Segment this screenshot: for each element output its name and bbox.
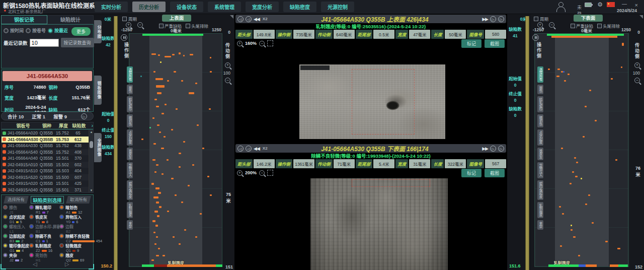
- tab-fullscreen-image[interactable]: 全屏图像: [94, 133, 102, 162]
- zoom-out-icon[interactable]: −: [259, 170, 265, 176]
- nav-button[interactable]: 设备状态: [170, 2, 203, 12]
- tab-distribution-map[interactable]: 分布图: [94, 20, 102, 43]
- defect-filter-tab[interactable]: 擦伤: [127, 85, 133, 94]
- nav-button[interactable]: 实时分析: [95, 2, 128, 12]
- select-all-button[interactable]: 选择所有: [4, 196, 29, 204]
- scroll-thumb[interactable]: [90, 141, 93, 148]
- defect-filter-tab[interactable]: 铁皮灰: [127, 148, 133, 161]
- nav-button[interactable]: 缺陷密度: [283, 2, 316, 12]
- table-row[interactable]: J41-05664A040 Q355B 15.501 370: [2, 155, 89, 162]
- table-row[interactable]: J42-04915A520 Q355B 15.500 607: [2, 174, 89, 181]
- scroll-up-icon[interactable]: ▲: [89, 130, 94, 133]
- recent-count-input[interactable]: [30, 39, 59, 47]
- table-row[interactable]: J41-05664A030 Q355B 15.752 438: [2, 143, 89, 149]
- tab-steel-records[interactable]: 钢板记录: [1, 15, 47, 24]
- defect-filter-tab[interactable]: 精轧辊印: [537, 96, 543, 112]
- deselect-all-button[interactable]: 取消所有: [66, 196, 91, 204]
- tab-plate-image[interactable]: 钢板图像: [94, 76, 102, 105]
- defect-filter-tab[interactable]: 暗划伤: [537, 114, 543, 127]
- defect-filter-tab[interactable]: 轧制翘皮: [537, 202, 543, 218]
- next-image-button[interactable]: ▷: [490, 146, 496, 152]
- page-left-icon[interactable]: ◁: [33, 261, 37, 267]
- defect-map-area[interactable]: [534, 33, 629, 267]
- defect-category-item[interactable]: 点状起皮 D1 5: [3, 214, 29, 223]
- close-button[interactable]: ×: [635, 2, 638, 8]
- nav-button[interactable]: 系统管理: [208, 2, 241, 12]
- prev-image-button[interactable]: ◁: [246, 146, 252, 152]
- defect-filter-tab[interactable]: 辊印像起皮: [537, 180, 543, 200]
- defect-filter-tab[interactable]: 暗划伤: [127, 114, 133, 127]
- defect-filter-tab[interactable]: 夹杂: [127, 220, 133, 230]
- surface-title-button[interactable]: 上表面: [162, 15, 191, 22]
- period-checkbox[interactable]: 周期: [534, 16, 548, 22]
- left-vertical-scrollbar[interactable]: [114, 16, 118, 270]
- period-checkbox[interactable]: 周期: [122, 16, 137, 22]
- defect-category-item[interactable]: 辊印像起皮 G1 4: [3, 243, 29, 251]
- first-image-button[interactable]: ◁: [237, 16, 244, 22]
- pause-icon[interactable]: [121, 34, 127, 41]
- corner-icon[interactable]: [639, 15, 643, 19]
- defect-category-item[interactable]: 精轧辊印 R1 7: [29, 205, 59, 213]
- defect-category-item[interactable]: 除磷不良 C1 1: [29, 233, 59, 242]
- defect-filter-tab[interactable]: 铁皮灰: [537, 148, 543, 161]
- defect-image-upper[interactable]: [299, 64, 445, 139]
- more-button[interactable]: 更多: [71, 27, 91, 36]
- defect-filter-tab[interactable]: 异物压入: [127, 162, 133, 178]
- scroll-down-icon[interactable]: ▼: [89, 189, 94, 192]
- table-row[interactable]: J42-04915A040 Q355B 15.501 371: [2, 187, 89, 193]
- map-zoom-in-icon[interactable]: +: [225, 62, 230, 68]
- table-row[interactable]: J42-04915A010 Q355B 15.502 602: [2, 162, 89, 168]
- checkbox-icon[interactable]: [534, 17, 538, 21]
- nav-button[interactable]: 光源控制: [321, 2, 354, 12]
- defect-filter-tab[interactable]: 点状起皮: [537, 129, 543, 146]
- defect-image-lower[interactable]: [310, 178, 448, 270]
- right-vertical-scrollbar[interactable]: [525, 16, 529, 270]
- checkbox-icon[interactable]: [122, 17, 127, 21]
- last-image-button[interactable]: ▷: [498, 146, 504, 152]
- map-zoom-in-icon[interactable]: +: [634, 62, 640, 68]
- nav-button[interactable]: 宽度分析: [246, 2, 279, 12]
- query-radio[interactable]: 按卷号: [26, 27, 46, 34]
- defect-filter-tab[interactable]: 轧制翘皮: [127, 202, 133, 218]
- last-image-button[interactable]: ▷: [498, 16, 504, 22]
- table-scrollbar[interactable]: ▲ ▼: [89, 130, 93, 192]
- defect-filter-tab[interactable]: 擦伤: [537, 85, 543, 94]
- zoom-in-icon[interactable]: +: [237, 41, 243, 46]
- page-right-icon[interactable]: ▷: [65, 261, 69, 267]
- defect-map-area[interactable]: [129, 33, 222, 267]
- capture-button[interactable]: 截图: [485, 39, 505, 48]
- fast-forward-icon[interactable]: ▶▶: [482, 146, 488, 151]
- tab-defect-stats[interactable]: 缺陷统计: [47, 15, 94, 24]
- map-zoom-out-icon[interactable]: −: [634, 78, 640, 83]
- play-icon[interactable]: ▷: [81, 113, 87, 119]
- defect-category-item[interactable]: 边部水印-屏蔽 B1: [29, 224, 59, 232]
- prev-image-button[interactable]: ◁: [246, 16, 252, 22]
- user-icon[interactable]: [555, 2, 566, 12]
- query-radio[interactable]: 按最近: [48, 27, 68, 34]
- minimize-button[interactable]: —: [622, 1, 627, 7]
- gear-icon[interactable]: ⚙: [597, 1, 603, 8]
- table-row[interactable]: J42-04915A510 Q355B 15.503 404: [2, 168, 89, 174]
- defect-filter-tab[interactable]: 选择所有: [537, 66, 543, 83]
- fullscreen-icon[interactable]: [267, 40, 273, 46]
- table-row[interactable]: J41-05664A530 Q355B 15.753 612: [2, 137, 89, 143]
- defect-filter-tab[interactable]: 选择所有: [127, 66, 133, 83]
- first-image-button[interactable]: ◁: [237, 146, 244, 152]
- defect-category-item[interactable]: 螺栓压入 L1: [3, 224, 29, 232]
- defect-filter-tab[interactable]: 点状起皮: [127, 129, 133, 146]
- table-row[interactable]: J41-05664A540 Q355B 15.752 408: [2, 149, 89, 156]
- defect-filter-tab[interactable]: 辊印像起皮: [127, 180, 133, 200]
- map-zoom-out-icon[interactable]: −: [225, 78, 230, 83]
- defect-filter-tab[interactable]: 精轧辊印: [127, 96, 133, 112]
- query-by-count-button[interactable]: 按记录数查询: [61, 38, 94, 47]
- defect-category-item[interactable]: 夹杂 J2 2: [3, 252, 29, 261]
- defect-category-item[interactable]: 擦伤 J1: [3, 205, 29, 213]
- mark-button[interactable]: 标记: [461, 39, 481, 48]
- zoom-in-icon[interactable]: +: [237, 170, 243, 176]
- defect-filter-tab[interactable]: 夹杂: [537, 220, 543, 230]
- mark-button[interactable]: 标记: [461, 169, 481, 177]
- fast-forward-icon[interactable]: ▶▶: [482, 17, 488, 22]
- corner-icon[interactable]: [230, 15, 233, 19]
- query-radio[interactable]: 按时间: [4, 27, 24, 34]
- surface-title-button[interactable]: 下表面: [574, 15, 603, 22]
